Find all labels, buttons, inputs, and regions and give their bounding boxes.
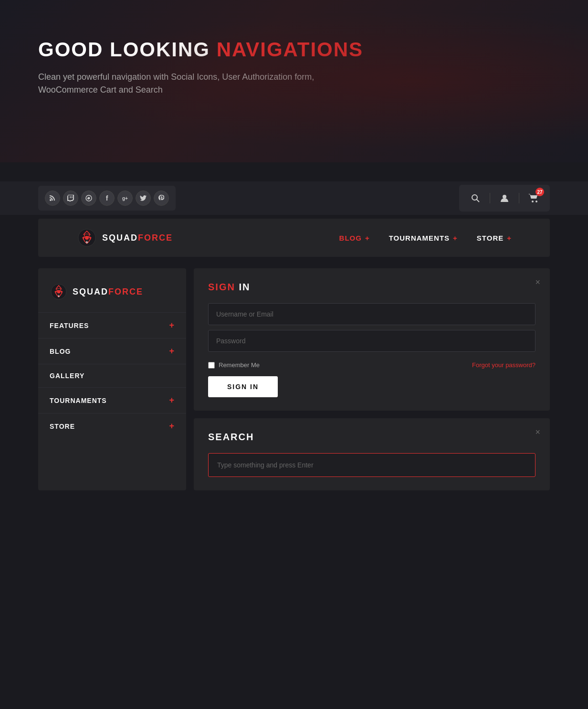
svg-line-4 bbox=[477, 200, 480, 202]
remember-me-checkbox[interactable] bbox=[208, 362, 215, 369]
hero-title-white: GOOD LOOKING bbox=[38, 38, 217, 61]
signin-title: SIGN IN bbox=[208, 282, 536, 293]
search-title: SEARCH bbox=[208, 432, 536, 443]
svg-point-9 bbox=[85, 236, 89, 240]
search-close-button[interactable]: × bbox=[535, 428, 540, 436]
sidebar-logo-text: SQUADFORCE bbox=[73, 287, 143, 297]
cart-count-badge: 27 bbox=[536, 188, 544, 196]
sidebar-logo: SQUADFORCE bbox=[38, 278, 186, 312]
search-panel: SEARCH × bbox=[194, 418, 550, 490]
hero-subtitle: Clean yet powerful navigation with Socia… bbox=[38, 71, 325, 96]
sidebar-item-gallery[interactable]: GALLERY bbox=[38, 364, 186, 387]
facebook-icon[interactable]: f bbox=[99, 190, 115, 206]
signin-title-white: IN bbox=[239, 282, 250, 292]
top-right-icons: 27 bbox=[459, 185, 550, 212]
sidebar-item-tournaments[interactable]: TOURNAMENTS + bbox=[38, 387, 186, 413]
twitch-icon[interactable] bbox=[63, 190, 78, 206]
google-plus-icon[interactable]: g+ bbox=[117, 190, 133, 206]
sidebar-item-blog[interactable]: BLOG + bbox=[38, 338, 186, 364]
signin-close-button[interactable]: × bbox=[535, 278, 540, 286]
nav-logo-text: SQUADFORCE bbox=[102, 233, 173, 243]
hero-section: GOOD LOOKING NAVIGATIONS Clean yet power… bbox=[0, 0, 588, 162]
signin-panel: SIGN IN × Remember Me Forgot your passwo… bbox=[194, 268, 550, 411]
right-panels: SIGN IN × Remember Me Forgot your passwo… bbox=[194, 268, 550, 490]
sidebar-item-store[interactable]: STORE + bbox=[38, 413, 186, 439]
rss-icon[interactable] bbox=[45, 190, 60, 206]
nav-logo-force: FORCE bbox=[138, 233, 173, 243]
svg-point-5 bbox=[503, 195, 506, 199]
signin-title-red: SIGN bbox=[208, 282, 239, 292]
nav-link-store[interactable]: STORE + bbox=[477, 234, 512, 242]
signin-form-row: Remember Me Forgot your password? bbox=[208, 361, 536, 369]
sidebar-logo-icon bbox=[50, 283, 68, 301]
sidebar-item-features[interactable]: FEATURES + bbox=[38, 312, 186, 338]
pinterest-icon[interactable] bbox=[154, 190, 169, 206]
password-input[interactable] bbox=[208, 330, 536, 352]
nav-plus-tournaments: + bbox=[453, 234, 458, 242]
sidebar-plus-tournaments: + bbox=[169, 395, 175, 405]
svg-point-7 bbox=[536, 201, 537, 202]
main-nav-bar: SQUADFORCE BLOG + TOURNAMENTS + STORE + bbox=[38, 219, 550, 257]
nav-plus-store: + bbox=[507, 234, 512, 242]
sidebar-logo-force: FORCE bbox=[108, 287, 143, 296]
sidebar: SQUADFORCE FEATURES + BLOG + GALLERY TOU… bbox=[38, 268, 186, 490]
forgot-password-link[interactable]: Forgot your password? bbox=[472, 361, 536, 369]
nav-link-tournaments[interactable]: TOURNAMENTS + bbox=[389, 234, 458, 242]
nav-logo-squad: SQUAD bbox=[102, 233, 138, 243]
search-input[interactable] bbox=[208, 453, 536, 477]
social-icons-group: f g+ bbox=[38, 186, 176, 211]
nav-link-blog[interactable]: BLOG + bbox=[339, 234, 370, 242]
svg-point-3 bbox=[472, 195, 477, 200]
hero-title: GOOD LOOKING NAVIGATIONS bbox=[38, 38, 550, 61]
sidebar-logo-squad: SQUAD bbox=[73, 287, 108, 296]
svg-point-6 bbox=[532, 201, 534, 202]
hero-title-red: NAVIGATIONS bbox=[217, 38, 363, 61]
sidebar-plus-store: + bbox=[169, 421, 175, 431]
svg-point-0 bbox=[50, 199, 52, 201]
icon-divider-2 bbox=[519, 193, 519, 203]
search-title-text: SEARCH bbox=[208, 432, 254, 442]
icon-divider-1 bbox=[490, 193, 490, 203]
username-email-input[interactable] bbox=[208, 303, 536, 325]
sidebar-plus-blog: + bbox=[169, 346, 175, 356]
cart-button[interactable]: 27 bbox=[525, 190, 542, 207]
search-button[interactable] bbox=[467, 190, 484, 207]
steam-icon[interactable] bbox=[81, 190, 96, 206]
sidebar-plus-features: + bbox=[169, 320, 175, 330]
sign-in-button[interactable]: SIGN IN bbox=[208, 376, 278, 397]
remember-me-label[interactable]: Remember Me bbox=[208, 361, 260, 369]
nav-logo-icon bbox=[76, 227, 97, 248]
twitter-icon[interactable] bbox=[136, 190, 151, 206]
nav-plus-blog: + bbox=[365, 234, 370, 242]
nav-links: BLOG + TOURNAMENTS + STORE + bbox=[339, 234, 512, 242]
nav-logo: SQUADFORCE bbox=[76, 227, 173, 248]
top-bar: f g+ bbox=[0, 181, 588, 215]
user-button[interactable] bbox=[496, 190, 513, 207]
main-content: SQUADFORCE FEATURES + BLOG + GALLERY TOU… bbox=[0, 261, 588, 498]
svg-point-11 bbox=[57, 290, 61, 294]
